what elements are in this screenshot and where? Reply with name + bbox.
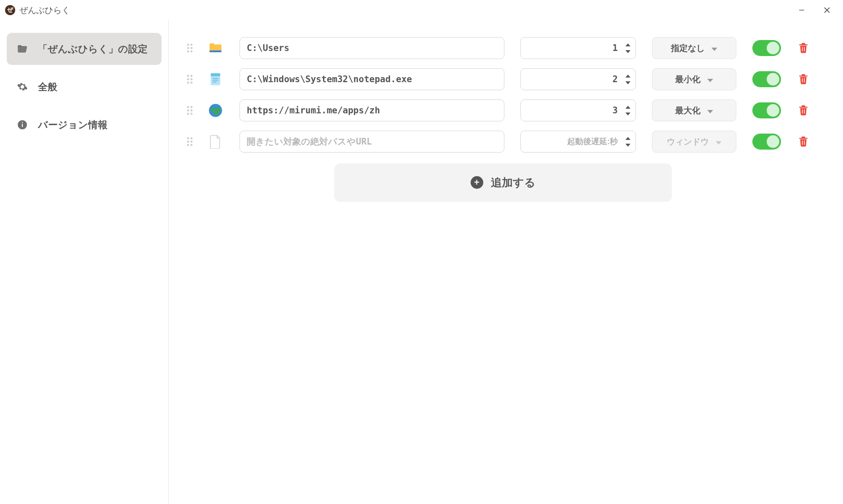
entry-row: 3 最大化	[185, 99, 821, 121]
svg-point-16	[191, 78, 193, 80]
svg-point-10	[187, 51, 189, 53]
svg-point-6	[187, 44, 189, 46]
enable-toggle[interactable]	[752, 71, 781, 87]
svg-rect-12	[210, 51, 221, 52]
file-icon	[207, 134, 224, 150]
drag-handle-icon[interactable]	[185, 43, 195, 54]
chevron-down-icon	[707, 75, 713, 84]
svg-point-27	[191, 110, 193, 112]
enable-toggle[interactable]	[752, 102, 781, 118]
svg-rect-22	[213, 80, 218, 80]
chevron-down-icon	[711, 43, 717, 53]
svg-point-18	[191, 82, 193, 84]
notepad-icon	[207, 71, 224, 87]
svg-point-25	[191, 106, 193, 108]
path-input[interactable]	[240, 131, 504, 153]
svg-point-17	[187, 82, 189, 84]
delay-input[interactable]: 1	[520, 37, 636, 59]
svg-point-28	[187, 113, 189, 115]
window-mode-label: 最小化	[675, 74, 700, 85]
trash-icon	[798, 74, 809, 85]
svg-point-7	[191, 44, 193, 46]
delete-button[interactable]	[797, 74, 810, 85]
drag-handle-icon[interactable]	[185, 74, 195, 85]
app-icon: ぜ	[5, 5, 15, 15]
delay-input[interactable]: 3	[520, 99, 636, 121]
delete-button[interactable]	[797, 43, 810, 54]
svg-rect-4	[22, 124, 23, 127]
svg-point-13	[187, 75, 189, 77]
window-mode-select[interactable]: 最大化	[652, 99, 736, 121]
window-mode-select[interactable]: ウィンドウ	[652, 131, 736, 153]
add-button[interactable]: + 追加する	[334, 164, 672, 201]
folder-open-icon	[16, 43, 29, 54]
spinner-down-icon[interactable]	[623, 111, 633, 117]
spinner-down-icon[interactable]	[623, 80, 633, 86]
drag-handle-icon[interactable]	[185, 105, 195, 116]
delete-button[interactable]	[797, 105, 810, 116]
enable-toggle[interactable]	[752, 40, 781, 56]
sidebar: 「ぜんぶひらく」の設定 全般 バージョン情報	[0, 20, 169, 504]
window-mode-label: ウィンドウ	[667, 136, 709, 147]
delay-input[interactable]: 起動後遅延:秒	[520, 131, 636, 153]
svg-point-31	[187, 137, 189, 139]
path-input[interactable]	[240, 37, 504, 59]
svg-point-15	[187, 78, 189, 80]
path-input[interactable]	[240, 68, 504, 90]
trash-icon	[798, 105, 809, 116]
delay-placeholder: 起動後遅延:秒	[528, 136, 623, 147]
svg-point-35	[187, 144, 189, 146]
svg-point-9	[191, 47, 193, 49]
enable-toggle[interactable]	[752, 134, 781, 150]
spinner-down-icon[interactable]	[623, 142, 633, 148]
app-title: ぜんぶひらく	[19, 5, 70, 16]
sidebar-item-label: バージョン情報	[38, 118, 108, 131]
delete-button[interactable]	[797, 136, 810, 147]
svg-rect-21	[213, 78, 218, 79]
add-button-label: 追加する	[491, 175, 536, 190]
chevron-down-icon	[707, 106, 713, 115]
folder-icon	[207, 40, 224, 56]
drag-handle-icon[interactable]	[185, 136, 195, 147]
close-icon	[823, 6, 831, 14]
svg-point-24	[187, 106, 189, 108]
entry-row: 起動後遅延:秒 ウィンドウ	[185, 131, 821, 153]
spinner-down-icon[interactable]	[623, 48, 633, 54]
svg-rect-5	[22, 122, 23, 123]
window-mode-select[interactable]: 指定なし	[652, 37, 736, 59]
sidebar-item-version[interactable]: バージョン情報	[7, 109, 162, 141]
trash-icon	[798, 43, 809, 54]
entry-row: 1 指定なし	[185, 37, 821, 59]
titlebar: ぜ ぜんぶひらく	[0, 0, 843, 20]
sidebar-item-label: 全般	[38, 80, 57, 94]
number-spinner[interactable]	[623, 136, 633, 148]
svg-point-33	[187, 141, 189, 143]
window-minimize-button[interactable]	[789, 2, 814, 19]
window-close-button[interactable]	[814, 2, 840, 19]
number-spinner[interactable]	[623, 42, 633, 54]
svg-point-32	[191, 137, 193, 139]
spinner-up-icon[interactable]	[623, 42, 633, 48]
number-spinner[interactable]	[623, 73, 633, 86]
delay-value: 2	[528, 74, 623, 84]
delay-value: 1	[528, 43, 623, 53]
sidebar-item-general[interactable]: 全般	[7, 71, 162, 103]
delay-value: 3	[528, 105, 623, 115]
window-mode-select[interactable]: 最小化	[652, 68, 736, 90]
spinner-up-icon[interactable]	[623, 105, 633, 110]
path-input[interactable]	[240, 99, 504, 121]
spinner-up-icon[interactable]	[623, 136, 633, 142]
gear-icon	[16, 81, 29, 92]
delay-input[interactable]: 2	[520, 68, 636, 90]
window-mode-label: 指定なし	[671, 43, 705, 54]
number-spinner[interactable]	[623, 105, 633, 117]
svg-rect-23	[213, 82, 217, 83]
svg-point-8	[187, 47, 189, 49]
sidebar-item-settings[interactable]: 「ぜんぶひらく」の設定	[7, 33, 162, 65]
entry-row: 2 最小化	[185, 68, 821, 90]
plus-circle-icon: +	[471, 176, 483, 189]
spinner-up-icon[interactable]	[623, 73, 633, 79]
window-mode-label: 最大化	[675, 105, 700, 116]
svg-point-11	[191, 51, 193, 53]
minimize-icon	[798, 7, 805, 13]
